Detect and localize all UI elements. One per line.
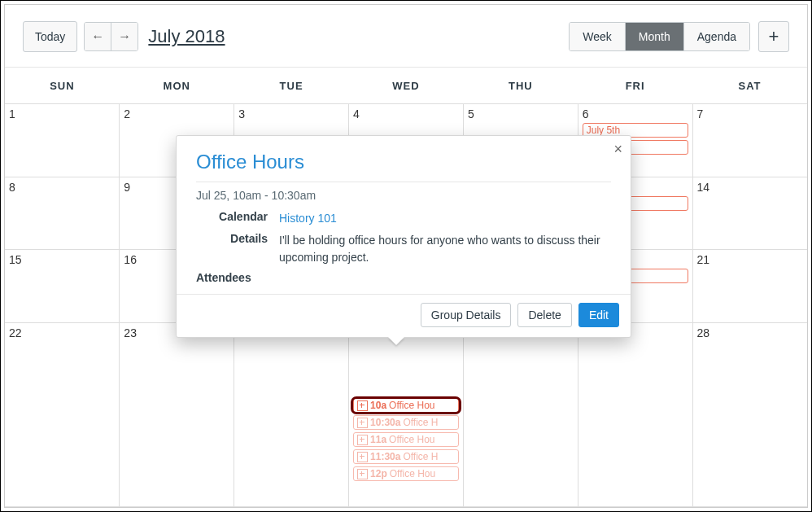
day-cell[interactable]: 25 10a Office Hou 10:30a Office H 11a Of… <box>349 323 464 507</box>
day-header: THU <box>463 72 578 104</box>
event-label: Office H <box>403 417 438 428</box>
calendar-event[interactable]: 11a Office Hou <box>353 432 459 447</box>
day-cell[interactable]: 27 <box>578 323 692 507</box>
details-text: I'll be holding office hours for anyone … <box>279 232 611 266</box>
event-time: 11a <box>370 434 386 445</box>
day-number: 6 <box>583 107 688 120</box>
event-label: Office Hou <box>389 434 434 445</box>
calendar-event-selected[interactable]: 10a Office Hou <box>353 398 459 413</box>
delete-button[interactable]: Delete <box>517 303 571 327</box>
view-month[interactable]: Month <box>625 23 683 50</box>
day-header: SUN <box>5 72 120 104</box>
day-cell[interactable]: 14 <box>692 177 807 250</box>
calendar-header: Today ← → July 2018 Week Month Agenda + <box>5 5 807 68</box>
month-nav: ← → <box>84 22 138 51</box>
day-number: 5 <box>468 107 574 120</box>
day-number: 7 <box>697 107 803 120</box>
day-number: 2 <box>124 107 229 120</box>
day-number: 28 <box>697 326 803 339</box>
calendar-link[interactable]: History 101 <box>279 212 337 225</box>
calendar-event[interactable]: 10:30a Office H <box>353 415 459 430</box>
calendar-plus-icon <box>357 435 368 445</box>
event-time: 10:30a <box>370 417 400 428</box>
day-number: 3 <box>238 107 344 120</box>
day-cell[interactable]: 23 <box>120 323 234 507</box>
day-header: SAT <box>692 72 807 104</box>
day-cell[interactable]: 22 <box>5 323 120 507</box>
next-month-button[interactable]: → <box>111 23 138 50</box>
view-agenda[interactable]: Agenda <box>683 23 749 50</box>
calendar-plus-icon <box>357 452 368 462</box>
details-label: Details <box>196 232 268 266</box>
day-cell[interactable]: 28 <box>692 323 807 507</box>
day-header: TUE <box>234 72 349 104</box>
day-number: 4 <box>353 107 459 120</box>
prev-month-button[interactable]: ← <box>85 23 111 50</box>
day-cell[interactable]: 21 <box>692 250 807 323</box>
day-cell[interactable]: 15 <box>5 250 120 323</box>
event-label: July 5th <box>587 125 620 136</box>
event-time: 12p <box>370 468 387 479</box>
calendar-label: Calendar <box>196 210 268 227</box>
close-icon[interactable]: × <box>613 141 622 158</box>
month-picker[interactable]: July 2018 <box>148 26 225 47</box>
calendar-plus-icon <box>357 400 368 411</box>
day-number: 15 <box>9 253 115 266</box>
day-header: MON <box>120 72 234 104</box>
event-label: Office Hou <box>390 468 435 479</box>
group-details-button[interactable]: Group Details <box>421 303 512 327</box>
attendees-label: Attendees <box>196 271 251 284</box>
view-switcher: Week Month Agenda <box>569 22 750 51</box>
event-title: Office Hours <box>196 151 611 182</box>
day-cell[interactable]: 7 <box>692 104 807 177</box>
day-header: FRI <box>578 72 692 104</box>
day-number: 14 <box>697 181 803 194</box>
day-number: 21 <box>697 253 803 266</box>
day-cell[interactable]: 24 <box>234 323 349 507</box>
view-week[interactable]: Week <box>570 23 625 50</box>
event-label: Office Hou <box>389 400 434 411</box>
edit-button[interactable]: Edit <box>578 303 619 327</box>
calendar-plus-icon <box>357 418 368 428</box>
calendar-event[interactable]: 12p Office Hou <box>353 466 459 481</box>
event-label: Office H <box>403 451 438 462</box>
day-number: 1 <box>9 107 115 120</box>
day-number: 8 <box>9 181 115 194</box>
event-time: 11:30a <box>370 451 400 462</box>
event-popover: × Office Hours Jul 25, 10am - 10:30am Ca… <box>176 135 631 338</box>
day-cell[interactable]: 8 <box>5 177 120 250</box>
event-datetime: Jul 25, 10am - 10:30am <box>196 189 611 202</box>
day-cell[interactable]: 26 <box>463 323 578 507</box>
add-event-button[interactable]: + <box>758 21 789 52</box>
day-cell[interactable]: 1 <box>5 104 120 177</box>
today-button[interactable]: Today <box>23 21 77 52</box>
day-number: 22 <box>9 326 115 339</box>
event-time: 10a <box>370 400 386 411</box>
calendar-event[interactable]: 11:30a Office H <box>353 449 459 464</box>
day-header: WED <box>349 72 464 104</box>
calendar-plus-icon <box>357 469 368 479</box>
